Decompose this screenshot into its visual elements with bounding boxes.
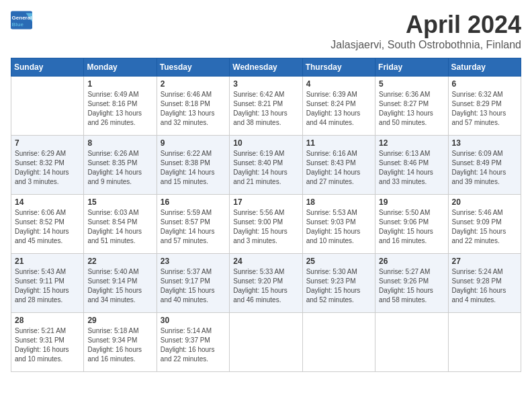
day-number: 22 <box>87 257 152 266</box>
day-number: 24 <box>233 257 298 266</box>
calendar-cell: 22Sunrise: 5:40 AMSunset: 9:14 PMDayligh… <box>84 254 157 313</box>
calendar-cell: 14Sunrise: 6:06 AMSunset: 8:52 PMDayligh… <box>11 195 84 254</box>
day-info: Sunrise: 5:46 AMSunset: 9:09 PMDaylight:… <box>452 208 517 246</box>
calendar-cell: 26Sunrise: 5:27 AMSunset: 9:26 PMDayligh… <box>375 254 448 313</box>
day-number: 15 <box>87 197 152 207</box>
calendar-cell: 23Sunrise: 5:37 AMSunset: 9:17 PMDayligh… <box>157 254 229 313</box>
day-number: 10 <box>233 138 298 148</box>
day-number: 13 <box>452 138 517 148</box>
location-subtitle: Jalasjaervi, South Ostrobothnia, Finland <box>330 39 521 51</box>
day-info: Sunrise: 5:30 AMSunset: 9:23 PMDaylight:… <box>306 267 371 305</box>
day-info: Sunrise: 6:29 AMSunset: 8:32 PMDaylight:… <box>15 149 80 187</box>
day-number: 20 <box>452 197 517 207</box>
day-info: Sunrise: 5:53 AMSunset: 9:03 PMDaylight:… <box>306 208 371 246</box>
day-number: 3 <box>233 79 298 89</box>
day-number: 4 <box>306 79 371 89</box>
calendar-week-row: 7Sunrise: 6:29 AMSunset: 8:32 PMDaylight… <box>11 136 521 195</box>
calendar-cell: 21Sunrise: 5:43 AMSunset: 9:11 PMDayligh… <box>11 254 84 313</box>
calendar-cell: 10Sunrise: 6:19 AMSunset: 8:40 PMDayligh… <box>230 136 302 195</box>
calendar-cell <box>302 313 375 372</box>
day-info: Sunrise: 5:40 AMSunset: 9:14 PMDaylight:… <box>87 267 152 305</box>
calendar-week-row: 14Sunrise: 6:06 AMSunset: 8:52 PMDayligh… <box>11 195 521 254</box>
calendar-cell: 11Sunrise: 6:16 AMSunset: 8:43 PMDayligh… <box>302 136 375 195</box>
calendar-week-row: 1Sunrise: 6:49 AMSunset: 8:16 PMDaylight… <box>11 77 521 136</box>
calendar-cell: 29Sunrise: 5:18 AMSunset: 9:34 PMDayligh… <box>84 313 157 372</box>
calendar-cell: 9Sunrise: 6:22 AMSunset: 8:38 PMDaylight… <box>157 136 229 195</box>
weekday-header-sunday: Sunday <box>11 58 84 77</box>
calendar-cell: 12Sunrise: 6:13 AMSunset: 8:46 PMDayligh… <box>375 136 448 195</box>
logo-svg: General Blue <box>11 11 32 30</box>
day-info: Sunrise: 5:24 AMSunset: 9:28 PMDaylight:… <box>452 267 517 305</box>
day-number: 18 <box>306 197 371 207</box>
weekday-header-wednesday: Wednesday <box>230 58 302 77</box>
calendar-cell: 13Sunrise: 6:09 AMSunset: 8:49 PMDayligh… <box>448 136 521 195</box>
day-info: Sunrise: 6:39 AMSunset: 8:24 PMDaylight:… <box>306 90 371 128</box>
day-info: Sunrise: 5:21 AMSunset: 9:31 PMDaylight:… <box>15 326 80 364</box>
day-number: 19 <box>379 197 444 207</box>
day-info: Sunrise: 5:59 AMSunset: 8:57 PMDaylight:… <box>161 208 226 246</box>
calendar-week-row: 28Sunrise: 5:21 AMSunset: 9:31 PMDayligh… <box>11 313 521 372</box>
day-number: 7 <box>15 138 80 148</box>
day-number: 30 <box>161 316 226 325</box>
weekday-header-saturday: Saturday <box>448 58 521 77</box>
month-title: April 2024 <box>330 11 521 39</box>
day-info: Sunrise: 6:13 AMSunset: 8:46 PMDaylight:… <box>379 149 444 187</box>
weekday-header-tuesday: Tuesday <box>157 58 229 77</box>
header: General Blue April 2024 Jalasjaervi, Sou… <box>11 11 521 51</box>
day-info: Sunrise: 6:09 AMSunset: 8:49 PMDaylight:… <box>452 149 517 187</box>
calendar-cell: 8Sunrise: 6:26 AMSunset: 8:35 PMDaylight… <box>84 136 157 195</box>
svg-text:Blue: Blue <box>12 21 24 28</box>
calendar-cell: 27Sunrise: 5:24 AMSunset: 9:28 PMDayligh… <box>448 254 521 313</box>
title-area: April 2024 Jalasjaervi, South Ostrobothn… <box>330 11 521 51</box>
calendar-cell: 30Sunrise: 5:14 AMSunset: 9:37 PMDayligh… <box>157 313 229 372</box>
day-info: Sunrise: 5:18 AMSunset: 9:34 PMDaylight:… <box>87 326 152 364</box>
calendar-cell: 4Sunrise: 6:39 AMSunset: 8:24 PMDaylight… <box>302 77 375 136</box>
calendar-cell: 25Sunrise: 5:30 AMSunset: 9:23 PMDayligh… <box>302 254 375 313</box>
day-info: Sunrise: 6:49 AMSunset: 8:16 PMDaylight:… <box>87 90 152 128</box>
calendar-cell: 15Sunrise: 6:03 AMSunset: 8:54 PMDayligh… <box>84 195 157 254</box>
day-number: 9 <box>161 138 226 148</box>
day-number: 17 <box>233 197 298 207</box>
calendar-cell: 19Sunrise: 5:50 AMSunset: 9:06 PMDayligh… <box>375 195 448 254</box>
calendar-cell: 3Sunrise: 6:42 AMSunset: 8:21 PMDaylight… <box>230 77 302 136</box>
calendar-cell <box>11 77 84 136</box>
day-info: Sunrise: 6:32 AMSunset: 8:29 PMDaylight:… <box>452 90 517 128</box>
day-number: 5 <box>379 79 444 89</box>
day-number: 2 <box>161 79 226 89</box>
day-number: 29 <box>87 316 152 325</box>
day-number: 27 <box>452 257 517 266</box>
weekday-header-monday: Monday <box>84 58 157 77</box>
calendar-cell: 20Sunrise: 5:46 AMSunset: 9:09 PMDayligh… <box>448 195 521 254</box>
day-info: Sunrise: 6:19 AMSunset: 8:40 PMDaylight:… <box>233 149 298 187</box>
day-info: Sunrise: 6:36 AMSunset: 8:27 PMDaylight:… <box>379 90 444 128</box>
calendar-cell: 28Sunrise: 5:21 AMSunset: 9:31 PMDayligh… <box>11 313 84 372</box>
logo: General Blue <box>11 11 32 30</box>
day-info: Sunrise: 5:33 AMSunset: 9:20 PMDaylight:… <box>233 267 298 305</box>
calendar-cell: 5Sunrise: 6:36 AMSunset: 8:27 PMDaylight… <box>375 77 448 136</box>
day-number: 11 <box>306 138 371 148</box>
calendar-cell: 18Sunrise: 5:53 AMSunset: 9:03 PMDayligh… <box>302 195 375 254</box>
calendar-cell: 7Sunrise: 6:29 AMSunset: 8:32 PMDaylight… <box>11 136 84 195</box>
day-info: Sunrise: 5:37 AMSunset: 9:17 PMDaylight:… <box>161 267 226 305</box>
calendar-cell: 2Sunrise: 6:46 AMSunset: 8:18 PMDaylight… <box>157 77 229 136</box>
calendar-week-row: 21Sunrise: 5:43 AMSunset: 9:11 PMDayligh… <box>11 254 521 313</box>
calendar-cell <box>448 313 521 372</box>
day-info: Sunrise: 5:43 AMSunset: 9:11 PMDaylight:… <box>15 267 80 305</box>
day-number: 23 <box>161 257 226 266</box>
day-number: 25 <box>306 257 371 266</box>
calendar-table: SundayMondayTuesdayWednesdayThursdayFrid… <box>11 58 521 372</box>
day-info: Sunrise: 6:06 AMSunset: 8:52 PMDaylight:… <box>15 208 80 246</box>
svg-text:General: General <box>12 15 32 21</box>
day-number: 1 <box>87 79 152 89</box>
day-info: Sunrise: 5:56 AMSunset: 9:00 PMDaylight:… <box>233 208 298 246</box>
calendar-cell <box>230 313 302 372</box>
calendar-cell: 1Sunrise: 6:49 AMSunset: 8:16 PMDaylight… <box>84 77 157 136</box>
day-info: Sunrise: 6:03 AMSunset: 8:54 PMDaylight:… <box>87 208 152 246</box>
calendar-cell: 24Sunrise: 5:33 AMSunset: 9:20 PMDayligh… <box>230 254 302 313</box>
day-info: Sunrise: 5:14 AMSunset: 9:37 PMDaylight:… <box>161 326 226 364</box>
day-number: 28 <box>15 316 80 325</box>
calendar-cell: 16Sunrise: 5:59 AMSunset: 8:57 PMDayligh… <box>157 195 229 254</box>
day-info: Sunrise: 6:42 AMSunset: 8:21 PMDaylight:… <box>233 90 298 128</box>
day-number: 16 <box>161 197 226 207</box>
day-info: Sunrise: 6:26 AMSunset: 8:35 PMDaylight:… <box>87 149 152 187</box>
